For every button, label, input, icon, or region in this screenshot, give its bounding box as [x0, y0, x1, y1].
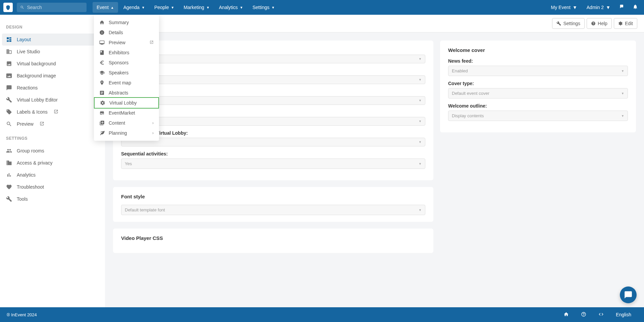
image-icon: [6, 61, 12, 67]
select-field[interactable]: ▼: [121, 96, 425, 105]
sidebar-virtual-background[interactable]: Virtual background: [2, 58, 103, 70]
main-content: Settings Help Edit e: ▼ mode: ▼: [105, 15, 644, 307]
field-label-sequential: Sequential activities:: [121, 151, 425, 156]
dd-details[interactable]: Details: [94, 27, 159, 38]
info-icon: [99, 30, 105, 35]
dd-preview[interactable]: Preview: [94, 38, 159, 48]
dd-sponsors[interactable]: Sponsors: [94, 58, 159, 68]
dd-virtual-lobby[interactable]: Virtual Lobby: [94, 97, 159, 109]
gear-icon: [100, 100, 105, 106]
external-link-icon: [150, 40, 154, 45]
chevron-down-icon: ▼: [240, 6, 243, 9]
field-label: pe:: [121, 89, 425, 94]
search-icon: [6, 121, 12, 127]
nav-item-event[interactable]: Event ▲: [93, 2, 118, 13]
edit-button[interactable]: Edit: [614, 18, 637, 29]
dd-eventmarket[interactable]: EventMarket: [94, 108, 159, 118]
dd-exhibitors[interactable]: Exhibitors: [94, 48, 159, 58]
dd-planning[interactable]: Planning ›: [94, 128, 159, 138]
nav-admin-user[interactable]: Admin 2 ▼: [583, 2, 614, 13]
euro-icon: [99, 60, 105, 65]
select-welcome-outline[interactable]: Display contents▼: [448, 111, 628, 121]
search-box[interactable]: [17, 3, 87, 12]
field-label: n activity card:: [121, 110, 425, 115]
sidebar-tools[interactable]: Tools: [2, 193, 103, 205]
store-icon: [99, 110, 105, 116]
dropdown-arrow-icon: ▼: [419, 162, 422, 166]
dropdown-arrow-icon: ▼: [419, 78, 422, 81]
help-button[interactable]: Help: [587, 18, 612, 29]
select-field[interactable]: ▼: [121, 75, 425, 84]
select-field[interactable]: ▼: [121, 117, 425, 126]
field-label: mode:: [121, 68, 425, 73]
dropdown-arrow-icon: ▼: [419, 120, 422, 123]
nav-item-marketing[interactable]: Marketing ▼: [179, 2, 213, 13]
notifications-button[interactable]: [630, 1, 641, 13]
dropdown-arrow-icon: ▼: [621, 114, 624, 118]
book-icon: [99, 50, 105, 55]
left-column: e: ▼ mode: ▼ pe: ▼ n activity card: ▼ ac…: [113, 41, 433, 253]
sidebar-access-privacy[interactable]: Access & privacy: [2, 157, 103, 169]
external-link-icon: [54, 109, 58, 115]
sidebar-labels-icons[interactable]: Labels & Icons: [2, 106, 103, 118]
chat-icon: [624, 291, 633, 299]
select-field[interactable]: ▼: [121, 138, 425, 146]
dd-speakers[interactable]: Speakers: [94, 68, 159, 78]
select-sequential-activities[interactable]: Yes▼: [121, 158, 425, 169]
picture-icon: [6, 73, 12, 79]
gear-icon: [618, 21, 623, 26]
news-feed-label: News feed:: [448, 58, 628, 64]
select-cover-type[interactable]: Default event cover▼: [448, 88, 628, 99]
announce-button[interactable]: [616, 1, 627, 13]
welcome-cover-card: Welcome cover News feed: Enabled▼ Cover …: [440, 41, 636, 132]
search-icon: [20, 5, 24, 10]
sidebar-troubleshoot[interactable]: Troubleshoot: [2, 181, 103, 193]
sidebar-analytics[interactable]: Analytics: [2, 169, 103, 181]
chat-bubble-button[interactable]: [620, 286, 637, 303]
sidebar-group-rooms[interactable]: Group rooms: [2, 145, 103, 157]
dd-summary[interactable]: Summary: [94, 17, 159, 27]
sidebar-background-image[interactable]: Background image: [2, 70, 103, 82]
field-label: e:: [121, 47, 425, 53]
chevron-down-icon: ▼: [171, 6, 174, 9]
chevron-down-icon: ▼: [573, 5, 577, 10]
sidebar-layout[interactable]: Layout: [2, 34, 103, 46]
wrench-icon: [6, 196, 12, 202]
chevron-right-icon: ›: [152, 131, 154, 135]
logo[interactable]: [3, 3, 13, 12]
wrench-icon: [556, 21, 561, 26]
nav-item-analytics[interactable]: Analytics ▼: [215, 2, 247, 13]
layout-preferences-card: e: ▼ mode: ▼ pe: ▼ n activity card: ▼ ac…: [113, 41, 433, 180]
select-news-feed[interactable]: Enabled▼: [448, 66, 628, 76]
sidebar-preview[interactable]: Preview: [2, 118, 103, 130]
dd-abstracts[interactable]: Abstracts: [94, 88, 159, 98]
sidebar-lobby-editor[interactable]: Virtual Lobby Editor: [2, 94, 103, 106]
card-title-welcome: Welcome cover: [448, 47, 628, 53]
nav-item-settings[interactable]: Settings ▼: [249, 2, 279, 13]
sidebar-reactions[interactable]: Reactions: [2, 82, 103, 94]
search-input[interactable]: [27, 5, 83, 10]
layers-icon: [99, 120, 105, 126]
heart-icon: [6, 184, 12, 190]
sidebar-section-settings: SETTINGS: [6, 136, 99, 141]
video-player-css-card: Video Player CSS: [113, 229, 433, 253]
right-column: Welcome cover News feed: Enabled▼ Cover …: [440, 41, 636, 253]
nav-item-people[interactable]: People ▼: [150, 2, 178, 13]
select-font-template[interactable]: Default template font▼: [121, 205, 425, 215]
nav-my-event[interactable]: My Event ▼: [548, 2, 581, 13]
sidebar-section-design: DESIGN: [6, 25, 99, 29]
toolbar: Settings Help Edit: [105, 15, 644, 33]
layout-icon: [6, 37, 12, 43]
building2-icon: [6, 160, 12, 166]
select-field[interactable]: ▼: [121, 55, 425, 63]
chevron-down-icon: ▼: [271, 6, 275, 9]
chevron-right-icon: ›: [152, 121, 154, 125]
dropdown-arrow-icon: ▼: [419, 57, 422, 61]
chevron-up-icon: ▲: [111, 6, 114, 9]
settings-button[interactable]: Settings: [552, 18, 585, 29]
sidebar-live-studio[interactable]: Live Studio: [2, 46, 103, 58]
nav-item-agenda[interactable]: Agenda ▼: [119, 2, 149, 13]
chevron-down-icon: ▼: [206, 6, 210, 9]
dd-content[interactable]: Content ›: [94, 118, 159, 128]
dd-eventmap[interactable]: Event map: [94, 78, 159, 88]
